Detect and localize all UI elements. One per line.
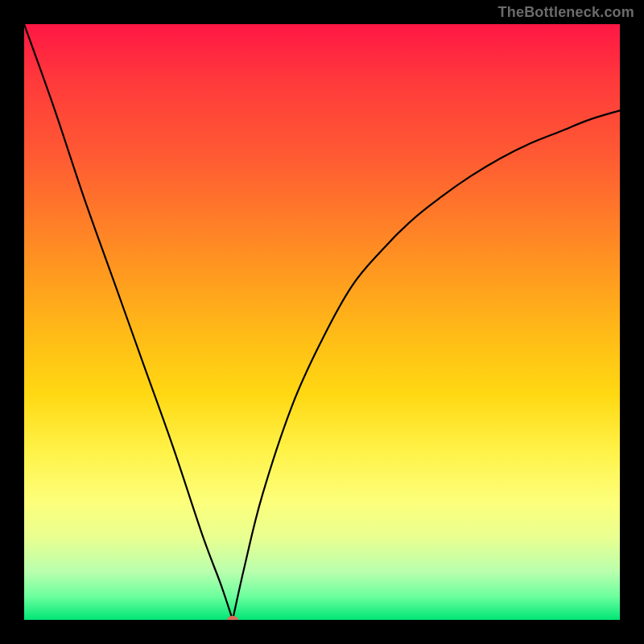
bottleneck-curve <box>24 24 620 620</box>
curve-layer <box>24 24 620 620</box>
minimum-marker <box>227 616 238 620</box>
chart-frame: TheBottleneck.com <box>0 0 644 644</box>
watermark-text: TheBottleneck.com <box>498 4 634 21</box>
plot-area <box>24 24 620 620</box>
